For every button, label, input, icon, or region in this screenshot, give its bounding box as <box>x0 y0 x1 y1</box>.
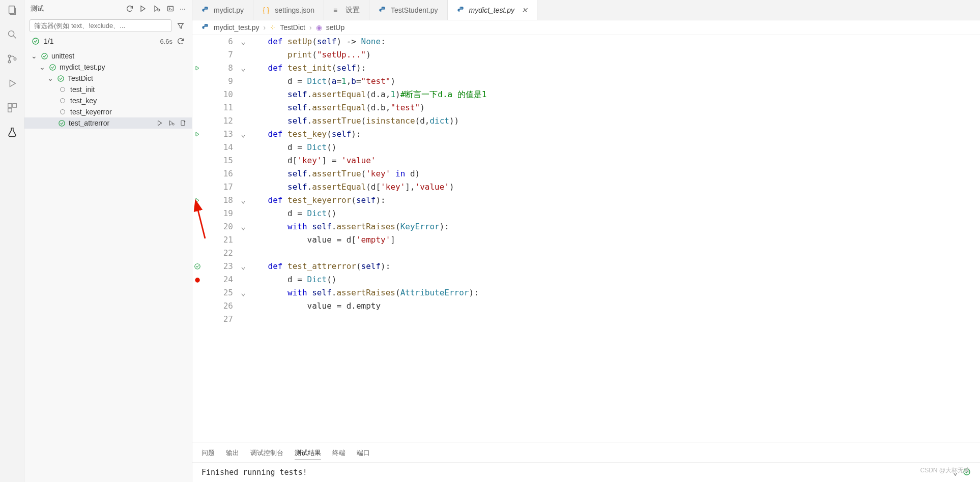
tree-label: test_key <box>70 97 97 105</box>
tree-class[interactable]: ⌄ TestDict <box>24 73 192 84</box>
fold-icon[interactable]: ⌄ <box>241 286 246 299</box>
breakpoint-icon[interactable]: ● <box>195 273 200 286</box>
rerun-icon[interactable] <box>177 37 185 45</box>
svg-point-15 <box>172 124 175 126</box>
svg-rect-0 <box>9 6 14 14</box>
chevron-right-icon: › <box>309 23 312 32</box>
svg-point-10 <box>33 38 39 44</box>
tree-test-init[interactable]: test_init <box>24 84 192 95</box>
run-test-gutter-icon[interactable] <box>194 65 200 71</box>
filter-input[interactable] <box>30 19 171 32</box>
not-run-icon <box>58 87 67 92</box>
breadcrumb[interactable]: mydict_test.py › ⁘ TestDict › ◉ setUp <box>192 20 980 35</box>
more-icon[interactable]: ··· <box>180 5 186 13</box>
run-all-icon[interactable] <box>139 5 147 13</box>
filter-icon[interactable] <box>175 20 187 32</box>
run-test-icon[interactable] <box>156 119 163 127</box>
tab-settings-json[interactable]: { }settings.json <box>253 0 324 20</box>
fold-icon[interactable]: ⌄ <box>241 62 246 75</box>
python-icon <box>201 6 210 14</box>
tree-label: test_keyerror <box>70 108 112 116</box>
svg-point-19 <box>459 7 460 8</box>
summary-count: 1/1 <box>44 37 156 45</box>
goto-test-icon[interactable] <box>180 119 187 127</box>
pass-gutter-icon[interactable] <box>194 263 201 270</box>
svg-rect-7 <box>8 108 11 112</box>
extensions-icon[interactable] <box>6 102 18 114</box>
test-side-panel: 测试 ··· 1/1 6.6s ⌄ unittest <box>24 0 192 482</box>
python-icon <box>457 6 465 14</box>
tree-label: test_init <box>70 85 95 94</box>
testing-icon[interactable] <box>6 126 18 138</box>
svg-point-12 <box>50 64 55 70</box>
debug-all-icon[interactable] <box>152 5 161 13</box>
code-editor[interactable]: ● 67891011121314151617181920212223242526… <box>192 35 980 442</box>
tab-label: 设置 <box>345 6 360 15</box>
svg-point-11 <box>42 53 47 58</box>
tree-file[interactable]: ⌄ mydict_test.py <box>24 62 192 73</box>
bottom-tab[interactable]: 终端 <box>332 446 345 460</box>
fold-icon[interactable]: ⌄ <box>241 128 246 141</box>
show-output-icon[interactable] <box>166 5 175 13</box>
activity-bar <box>0 0 24 482</box>
tree-root-unittest[interactable]: ⌄ unittest <box>24 50 192 62</box>
svg-point-4 <box>14 58 16 61</box>
panel-title: 测试 <box>31 4 122 13</box>
svg-point-18 <box>381 7 382 8</box>
editor-tabs: mydict.py{ }settings.json≡设置TestStudent.… <box>192 0 980 20</box>
tab-mydict_test-py[interactable]: mydict_test.py✕ <box>448 0 537 20</box>
chevron-right-icon: › <box>263 23 266 32</box>
chevron-down-icon: ⌄ <box>31 52 38 60</box>
tree-label: unittest <box>51 52 74 60</box>
bottom-tab[interactable]: 端口 <box>357 446 370 460</box>
pass-icon <box>57 75 65 82</box>
debug-test-icon[interactable] <box>167 119 176 127</box>
svg-point-17 <box>204 7 205 8</box>
bottom-tab[interactable]: 输出 <box>226 446 239 460</box>
run-test-gutter-icon[interactable] <box>194 197 200 203</box>
settings-icon: ≡ <box>333 6 341 14</box>
tab-设置[interactable]: ≡设置 <box>324 0 369 20</box>
chevron-down-icon: ⌄ <box>47 74 54 82</box>
fold-icon[interactable]: ⌄ <box>241 260 246 273</box>
tree-label: TestDict <box>68 74 93 82</box>
svg-point-8 <box>158 9 160 11</box>
tab-TestStudent-py[interactable]: TestStudent.py <box>369 0 448 20</box>
tree-label: mydict_test.py <box>60 63 105 71</box>
fold-icon[interactable]: ⌄ <box>241 194 246 207</box>
svg-point-21 <box>195 264 200 269</box>
run-debug-icon[interactable] <box>6 77 18 89</box>
json-icon: { } <box>263 6 271 14</box>
bottom-tab[interactable]: 测试结果 <box>295 446 321 460</box>
test-summary: 1/1 6.6s <box>24 34 192 48</box>
bottom-tabs: 问题输出调试控制台测试结果终端端口 <box>192 442 980 463</box>
svg-rect-6 <box>12 104 16 107</box>
bottom-tab[interactable]: 问题 <box>201 446 215 460</box>
fold-icon[interactable]: ⌄ <box>241 220 246 233</box>
method-icon: ◉ <box>316 23 322 32</box>
files-icon[interactable] <box>6 4 18 16</box>
tree-test-key[interactable]: test_key <box>24 95 192 106</box>
tree-test-keyerror[interactable]: test_keyerror <box>24 106 192 117</box>
bottom-tab[interactable]: 调试控制台 <box>250 446 283 460</box>
watermark: CSDN @大杯无糖 <box>920 466 970 475</box>
pass-icon <box>41 52 48 60</box>
run-test-gutter-icon[interactable] <box>194 131 200 137</box>
tab-mydict-py[interactable]: mydict.py <box>192 0 253 20</box>
pass-icon <box>32 37 40 45</box>
chevron-down-icon: ⌄ <box>39 63 46 71</box>
svg-rect-5 <box>8 104 11 107</box>
svg-point-14 <box>59 120 65 126</box>
search-icon[interactable] <box>6 28 18 41</box>
tab-label: mydict.py <box>214 6 244 14</box>
not-run-icon <box>58 109 67 114</box>
tree-label: test_attrerror <box>69 119 109 127</box>
close-icon[interactable]: ✕ <box>522 6 528 14</box>
tree-test-attrerror[interactable]: test_attrerror <box>24 117 192 129</box>
tab-label: TestStudent.py <box>391 6 438 14</box>
fold-icon[interactable]: ⌄ <box>241 35 246 48</box>
source-control-icon[interactable] <box>6 53 18 65</box>
svg-point-3 <box>8 61 11 63</box>
refresh-icon[interactable] <box>126 5 134 13</box>
python-icon <box>201 23 210 32</box>
